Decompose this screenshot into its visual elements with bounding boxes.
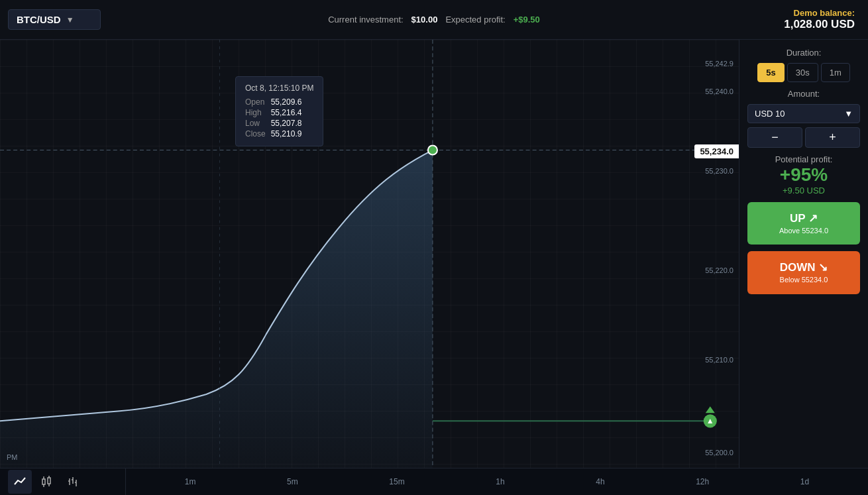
amount-controls: − +: [747, 127, 860, 148]
amount-plus[interactable]: +: [805, 127, 860, 148]
time-labels: 1m 5m 15m 1h 4h 12h 1d: [126, 477, 868, 486]
symbol-label: BTC/USD: [17, 14, 61, 25]
chart-area: ▲ Oct 8, 12:15:10 PM Open 55,209.6 High …: [0, 40, 739, 468]
svg-point-3: [428, 145, 437, 154]
up-sub: Above 55234.0: [747, 226, 860, 235]
svg-rect-8: [42, 479, 45, 484]
demo-label: Demo balance:: [784, 8, 855, 18]
investment-value: $10.00: [411, 15, 438, 25]
y-label-3: 55,220.0: [705, 266, 733, 274]
investment-info: Current investment: $10.00 Expected prof…: [328, 15, 540, 25]
close-value: 55,210.9: [271, 129, 307, 139]
y-label-2: 55,230.0: [705, 167, 733, 175]
amount-label: Amount:: [747, 89, 860, 99]
low-value: 55,207.8: [271, 118, 307, 129]
svg-text:▲: ▲: [706, 416, 714, 425]
open-value: 55,209.6: [271, 97, 307, 107]
amount-value: USD 10: [755, 109, 785, 119]
svg-rect-11: [48, 478, 50, 484]
close-label: Close: [245, 129, 271, 139]
symbol-selector[interactable]: BTC/USD ▼: [8, 9, 101, 30]
time-15m[interactable]: 15m: [389, 477, 404, 486]
current-price-label: 55,234.0: [694, 144, 739, 158]
chart-tooltip: Oct 8, 12:15:10 PM Open 55,209.6 High 55…: [235, 76, 323, 146]
time-1d[interactable]: 1d: [800, 477, 809, 486]
high-label: High: [245, 107, 271, 118]
time-4h[interactable]: 4h: [596, 477, 604, 486]
amount-section: Amount: USD 10 ▼ − +: [747, 89, 860, 148]
y-label-4: 55,210.0: [705, 356, 733, 364]
y-label-0: 55,242.9: [705, 60, 733, 68]
duration-buttons: 5s 30s 1m: [747, 63, 860, 82]
duration-30s[interactable]: 30s: [787, 63, 818, 82]
right-panel: Duration: 5s 30s 1m Amount: USD 10 ▼ − +…: [739, 40, 868, 468]
up-label: UP ↗: [747, 211, 860, 226]
down-label: DOWN ↘: [747, 260, 860, 275]
potential-label: Potential profit:: [747, 154, 860, 164]
y-label-1: 55,240.0: [705, 87, 733, 95]
potential-usd: +9.50 USD: [747, 186, 860, 195]
amount-minus[interactable]: −: [747, 127, 802, 148]
time-pm-label: PM: [7, 453, 18, 461]
time-5m[interactable]: 5m: [287, 477, 298, 486]
open-label: Open: [245, 97, 271, 107]
demo-balance: Demo balance: 1,028.00 USD: [784, 8, 855, 31]
high-value: 55,216.4: [271, 107, 307, 118]
svg-marker-5: [706, 406, 715, 413]
chart-svg: ▲: [0, 40, 739, 468]
tooltip-date: Oct 8, 12:15:10 PM: [245, 83, 313, 93]
amount-arrow: ▼: [844, 109, 853, 119]
profit-value: +$9.50: [514, 15, 540, 25]
down-button[interactable]: DOWN ↘ Below 55234.0: [747, 251, 860, 294]
time-12h[interactable]: 12h: [696, 477, 709, 486]
duration-label: Duration:: [747, 48, 860, 58]
profit-section: Potential profit: +95% +9.50 USD: [747, 154, 860, 195]
down-sub: Below 55234.0: [747, 275, 860, 284]
candle-chart-btn[interactable]: [34, 470, 58, 494]
symbol-arrow: ▼: [66, 15, 74, 25]
bar-chart-btn[interactable]: [61, 470, 85, 494]
duration-section: Duration: 5s 30s 1m: [747, 48, 860, 82]
potential-pct: +95%: [747, 164, 860, 186]
profit-label: Expected profit:: [445, 15, 505, 25]
line-chart-btn[interactable]: [8, 470, 32, 494]
up-button[interactable]: UP ↗ Above 55234.0: [747, 202, 860, 245]
time-axis-row: 1m 5m 15m 1h 4h 12h 1d: [0, 468, 868, 495]
duration-5s[interactable]: 5s: [757, 63, 784, 82]
bottom-section: 1m 5m 15m 1h 4h 12h 1d: [0, 468, 868, 495]
time-1m[interactable]: 1m: [185, 477, 196, 486]
main-content: ▲ Oct 8, 12:15:10 PM Open 55,209.6 High …: [0, 40, 868, 468]
demo-amount: 1,028.00 USD: [784, 18, 855, 31]
time-1h[interactable]: 1h: [496, 477, 504, 486]
chart-type-section: [0, 468, 126, 495]
amount-select[interactable]: USD 10 ▼: [747, 104, 860, 123]
duration-1m[interactable]: 1m: [821, 63, 850, 82]
top-bar: BTC/USD ▼ Current investment: $10.00 Exp…: [0, 0, 868, 40]
y-label-5: 55,200.0: [705, 449, 733, 457]
low-label: Low: [245, 118, 271, 129]
investment-label: Current investment:: [328, 15, 403, 25]
